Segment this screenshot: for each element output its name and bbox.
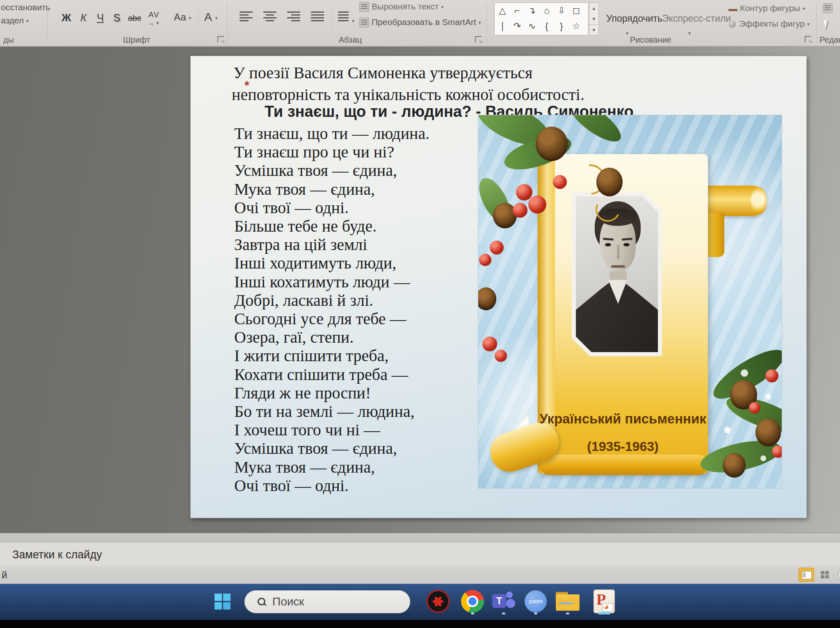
launcher-arrow-icon: ↘ [808, 39, 812, 43]
arrange-caret[interactable]: ▾ [626, 27, 628, 38]
justify-button[interactable] [311, 11, 324, 22]
smartart-button[interactable]: Преобразовать в SmartArt ▾ [359, 17, 481, 27]
powerpoint-icon: P [593, 589, 615, 613]
shape-outline-icon [728, 3, 737, 11]
left-right-arrows-icon: ↔ [148, 20, 154, 26]
taskbar-red-app[interactable] [425, 587, 451, 615]
slide-sorter-view-button[interactable] [818, 568, 833, 581]
font-color-button[interactable]: А ▾ [204, 11, 218, 23]
chevron-down-icon: ▾ [26, 18, 29, 24]
align-center-button[interactable] [263, 11, 276, 22]
quick-styles-button[interactable]: Экспресс-стили [662, 13, 731, 24]
poem-line: І хочеш того чи ні — [234, 421, 429, 439]
drawing-dialog-launcher[interactable]: ↘ [805, 36, 811, 43]
font-dialog-launcher[interactable]: ↘ [217, 36, 224, 43]
align-left-button[interactable] [240, 11, 253, 22]
chevron-down-icon: ▾ [807, 21, 810, 27]
chevron-down-icon: ▾ [803, 6, 805, 11]
shape-corner-icon[interactable]: ⌐ [510, 3, 524, 18]
smartart-icon [359, 18, 369, 27]
group-divider [486, 2, 487, 43]
align-text-button[interactable]: Выровнять текст ▾ [359, 2, 443, 12]
section-button[interactable]: аздел ▾ [1, 16, 29, 25]
shape-outline-label: Контур фигуры [740, 3, 800, 13]
taskbar-search[interactable] [244, 590, 410, 613]
quick-styles-caret[interactable]: ▾ [688, 27, 691, 38]
shape-outline-button[interactable]: Контур фигуры ▾ [728, 3, 805, 13]
poem-line: Озера, гаї, степи. [234, 328, 429, 346]
teams-letter-tile: T [492, 594, 506, 608]
start-button[interactable] [209, 587, 235, 615]
restore-button[interactable]: осстановить [1, 2, 50, 12]
shape-star-icon[interactable]: ☆ [569, 18, 583, 34]
align-right-button[interactable] [287, 11, 300, 22]
strikethrough-button[interactable]: abc [128, 14, 141, 22]
windows-logo-icon [215, 594, 231, 610]
shape-triangle-icon[interactable]: △ [495, 3, 509, 18]
arrange-button[interactable]: Упорядочить [606, 13, 662, 24]
paragraph-group-label: Абзац [339, 35, 362, 45]
poem-line: Інші ходитимуть люди, [234, 254, 429, 272]
shapes-more-button[interactable]: ▼ [589, 24, 598, 35]
columns-caret[interactable]: ▾ [352, 15, 354, 25]
red-berry [553, 175, 567, 189]
portrait-nose [616, 245, 619, 259]
columns-button[interactable] [338, 11, 349, 22]
red-berry [482, 337, 497, 351]
poem-line: І жити спішити треба, [234, 346, 429, 365]
red-berry [479, 254, 491, 266]
shape-pentagon-icon[interactable]: ⌂ [540, 3, 554, 18]
powerpoint-slide-thumb [603, 603, 613, 612]
shapes-scroll-down[interactable]: ▼ [589, 14, 598, 24]
slide-intro-line1[interactable]: У поезії Василя Симоненка утверджується [233, 63, 532, 82]
character-spacing-button[interactable]: АV ↔ ▾ [148, 11, 159, 26]
taskbar-file-explorer[interactable] [555, 587, 581, 615]
change-case-button[interactable]: Аа ▾ [174, 12, 191, 22]
shape-bent-arrow-icon[interactable]: ↴ [525, 3, 539, 18]
taskbar-zoom[interactable]: zoom [523, 587, 549, 615]
notes-splitter[interactable] [0, 533, 840, 542]
slide-sorter-icon [821, 571, 829, 578]
find-icon[interactable] [823, 3, 833, 13]
group-divider [816, 2, 817, 43]
shapes-scroll-up[interactable]: ▲ [589, 3, 598, 14]
paragraph-dialog-launcher[interactable]: ↘ [475, 36, 482, 43]
taskbar-powerpoint[interactable]: P [591, 587, 617, 615]
folder-icon [556, 592, 580, 611]
shapes-gallery-scrollbar[interactable]: ▲ ▼ ▼ [589, 2, 599, 35]
chevron-down-icon: ▾ [215, 15, 217, 21]
snow-dot [765, 394, 771, 400]
shapes-gallery[interactable]: △ ⌐ ↴ ⌂ ⇩ ◻ ⎰ ↷ ∿ { } ☆ [494, 2, 589, 35]
bold-button[interactable]: Ж [62, 12, 71, 23]
shape-callout-icon[interactable]: ◻ [569, 3, 583, 18]
font-color-label: А [204, 11, 212, 23]
slide-canvas[interactable]: У поезії Василя Симоненка утверджується … [190, 56, 807, 518]
reading-view-button[interactable] [836, 568, 840, 581]
normal-view-button[interactable] [799, 568, 814, 581]
shape-arc-icon[interactable]: ↷ [510, 18, 524, 34]
notes-panel[interactable]: Заметки к слайду [0, 542, 840, 567]
shape-down-arrow-icon[interactable]: ⇩ [555, 3, 568, 18]
select-cursor-icon[interactable] [823, 18, 833, 30]
chevron-down-icon: ▾ [189, 15, 191, 21]
underline-button[interactable]: Ч [97, 12, 104, 23]
drawing-group-label: Рисование [630, 35, 671, 45]
chevron-down-icon: ▾ [352, 18, 354, 24]
italic-button[interactable]: К [80, 12, 87, 23]
text-shadow-button[interactable]: S [113, 12, 120, 23]
shape-curve-icon[interactable]: ∿ [525, 18, 539, 34]
taskbar-chrome[interactable] [459, 587, 486, 615]
writer-picture[interactable]: Український письменник (1935-1963) [478, 115, 782, 488]
search-icon [258, 598, 266, 606]
slide-intro-line2[interactable]: неповторність та унікальність кожної осо… [232, 85, 584, 104]
char-spacing-label: АV [148, 10, 159, 19]
poem-textbox[interactable]: Ти знаєш, що ти — людина. Ти знаєш про ц… [234, 124, 429, 495]
shape-left-brace-icon[interactable]: { [540, 18, 554, 34]
align-text-label: Выровнять текст [372, 2, 439, 11]
search-input[interactable] [272, 595, 388, 609]
shape-effects-button[interactable]: Эффекты фигур ▾ [728, 19, 810, 29]
shape-freeform-icon[interactable]: ⎰ [495, 18, 509, 34]
shape-right-brace-icon[interactable]: } [555, 18, 568, 34]
taskbar-teams[interactable]: T [491, 587, 517, 615]
button-divider [198, 9, 198, 28]
